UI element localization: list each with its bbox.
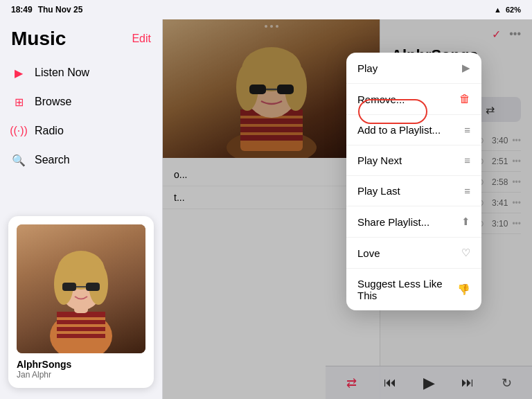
context-menu-love[interactable]: Love ♡ (346, 238, 481, 269)
context-share-playlist-icon: ⬆ (461, 215, 470, 228)
sidebar-card-image (17, 224, 145, 353)
context-remove-icon: 🗑 (459, 93, 470, 105)
context-love-label: Love (357, 247, 461, 259)
sidebar: Music Edit ▶ Listen Now ⊞ Browse ((·)) R… (0, 19, 163, 399)
sidebar-edit-button[interactable]: Edit (132, 33, 151, 45)
context-play-last-icon: ≡ (464, 185, 470, 197)
main-content: o... ••• t... ••• ✓ ••• (163, 19, 532, 399)
context-share-playlist-label: Share Playlist... (357, 216, 461, 228)
sidebar-item-browse[interactable]: ⊞ Browse (0, 87, 162, 116)
svg-rect-1 (57, 312, 105, 353)
context-add-playlist-label: Add to a Playlist... (357, 124, 464, 136)
browse-icon: ⊞ (11, 94, 26, 109)
svg-rect-12 (86, 283, 100, 291)
wifi-icon: ▲ (494, 6, 502, 14)
context-love-icon: ♡ (461, 247, 470, 259)
context-menu-share-playlist[interactable]: Share Playlist... ⬆ (346, 206, 481, 238)
sidebar-card[interactable]: AlphrSongs Jan Alphr (8, 216, 154, 388)
svg-rect-4 (57, 327, 105, 331)
context-suggest-less-icon: 👎 (457, 283, 470, 296)
svg-rect-11 (62, 283, 76, 291)
sidebar-card-subtitle: Jan Alphr (17, 370, 145, 380)
context-play-icon: ▶ (462, 62, 470, 74)
status-time: 18:49 (11, 5, 33, 15)
context-play-label: Play (357, 62, 462, 74)
status-right: ▲ 62% (494, 6, 521, 14)
status-left: 18:49 Thu Nov 25 (11, 5, 82, 15)
context-menu-remove[interactable]: Remove... 🗑 (346, 84, 481, 115)
svg-rect-3 (57, 320, 105, 324)
sidebar-header: Music Edit (0, 25, 162, 55)
context-suggest-less-label: Suggest Less Like This (357, 278, 457, 301)
context-add-playlist-icon: ≡ (464, 124, 470, 136)
context-play-last-label: Play Last (357, 185, 464, 197)
app-container: Music Edit ▶ Listen Now ⊞ Browse ((·)) R… (0, 19, 532, 399)
context-menu-play-last[interactable]: Play Last ≡ (346, 176, 481, 206)
sidebar-item-label: Search (35, 154, 70, 166)
context-play-next-icon: ≡ (464, 154, 470, 166)
search-icon: 🔍 (11, 152, 26, 168)
context-play-next-label: Play Next (357, 154, 464, 166)
context-menu: Play ▶ Remove... 🗑 Add to a Playlist... … (346, 53, 481, 310)
status-bar: 18:49 Thu Nov 25 ▲ 62% (0, 0, 532, 19)
sidebar-item-listen-now[interactable]: ▶ Listen Now (0, 58, 162, 87)
sidebar-title: Music (11, 28, 66, 50)
context-menu-play-next[interactable]: Play Next ≡ (346, 145, 481, 176)
context-menu-play[interactable]: Play ▶ (346, 53, 481, 84)
sidebar-item-label: Browse (35, 96, 71, 108)
battery-text: 62% (506, 6, 521, 14)
sidebar-item-radio[interactable]: ((·)) Radio (0, 116, 162, 145)
radio-icon: ((·)) (11, 123, 26, 139)
listen-now-icon: ▶ (11, 65, 26, 80)
svg-rect-5 (57, 334, 105, 338)
sidebar-item-label: Listen Now (35, 66, 89, 79)
context-menu-suggest-less[interactable]: Suggest Less Like This 👎 (346, 269, 481, 310)
status-date: Thu Nov 25 (38, 5, 83, 15)
context-menu-add-playlist[interactable]: Add to a Playlist... ≡ (346, 115, 481, 145)
sidebar-item-label: Radio (35, 125, 64, 137)
sidebar-item-search[interactable]: 🔍 Search (0, 145, 162, 175)
context-remove-label: Remove... (357, 94, 459, 105)
sidebar-nav: ▶ Listen Now ⊞ Browse ((·)) Radio 🔍 Sear… (0, 55, 162, 177)
sidebar-card-title: AlphrSongs (17, 359, 145, 370)
